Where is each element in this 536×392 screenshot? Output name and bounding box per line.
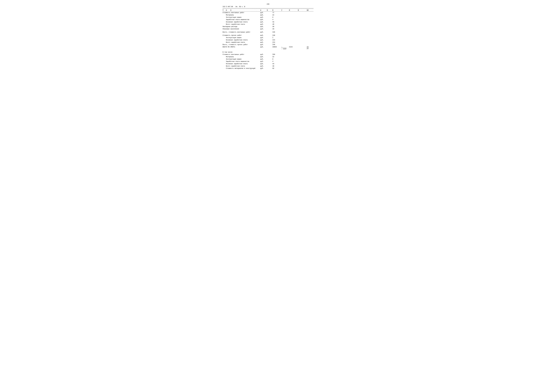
table-row: Материалыруб.22	[223, 56, 313, 58]
row-label: ВСЕГО ПО СМЕТЕ:	[223, 46, 260, 48]
row-col6: I26	[273, 31, 281, 33]
row-label: Основная заработная плата	[223, 21, 260, 23]
table-row: Основная заработная платаруб.44	[223, 21, 313, 23]
table-row: Всего заработная платаруб.48	[223, 65, 313, 67]
row-col6: I69	[273, 54, 281, 55]
row-col8: II23	[289, 46, 298, 48]
row-label: Всего заработная плата	[223, 23, 260, 25]
row-col6: 92	[273, 68, 281, 69]
table-row: Основная заработная платаруб.II4	[223, 39, 313, 41]
row-label: Плановые накопления	[223, 28, 260, 30]
table-row: Эксплуатация машинруб.I	[223, 37, 313, 39]
col-num-3: 3	[230, 9, 260, 11]
row-col6: 6	[273, 58, 281, 60]
col-num-2: 2	[226, 9, 230, 11]
table-row: Стоимость монтажных работруб.77	[223, 11, 313, 14]
row-unit: руб.	[260, 46, 267, 48]
row-unit: руб.	[260, 58, 267, 60]
row-label: Всего заработная плата	[223, 65, 260, 67]
row-col7: –. II97	[281, 46, 289, 50]
row-unit: руб.	[260, 26, 267, 28]
row-label: Эксплуатация машин	[223, 16, 260, 18]
table-row: Заработная плата машинистовруб.4	[223, 19, 313, 21]
row-col6: II4	[273, 39, 281, 41]
row-label: Основная заработная плата	[223, 63, 260, 65]
row-unit: руб.	[260, 54, 267, 55]
table-row: Всего, стоимость прочих работруб.I40	[223, 43, 313, 46]
row-col6: I0854	[273, 46, 281, 48]
row-col6: 48	[273, 23, 281, 25]
page-number: 238	[223, 3, 313, 5]
row-unit: руб.	[260, 68, 267, 69]
row-label: Стоимость монтажных работ	[223, 54, 260, 55]
row-col10: 7424	[307, 46, 313, 49]
table-row: Эксплуатация машинруб.6	[223, 16, 313, 19]
row-label: Стоимость материалов и конструкций	[223, 68, 260, 69]
table-row: Всего заработная платаруб.48	[223, 23, 313, 25]
row-col6: 39	[273, 26, 281, 28]
col-num-1: I	[223, 9, 226, 11]
table-row: Плановые накопленияруб.IO	[223, 28, 313, 30]
row-label: Эксплуатация машин	[223, 37, 260, 38]
row-col6: 48	[273, 65, 281, 67]
row-unit: руб.	[260, 39, 267, 41]
table-row: Стоимость материалов и конструкцийруб.92	[223, 67, 313, 70]
table-row: ВСЕГО ПО СМЕТЕ:руб.I0854–. II97II237424	[223, 46, 313, 50]
row-col6: II4	[273, 42, 281, 43]
row-unit: руб.	[260, 14, 267, 16]
row-unit: руб.	[260, 56, 267, 58]
row-unit: руб.	[260, 65, 267, 67]
col-num-4: 4	[260, 9, 267, 11]
row-label: Материалы	[223, 56, 260, 58]
col-num-5: 5	[267, 9, 273, 11]
row-label: Всего, стоимость прочих работ	[223, 44, 260, 46]
table-row: Заработная плата машинистовруб.4	[223, 60, 313, 63]
row-col6: 22	[273, 14, 281, 16]
table-row: В том числе:	[223, 51, 313, 53]
row-unit: руб.	[260, 23, 267, 25]
col-num-9: 9	[298, 9, 307, 11]
row-label: Основная заработная плата	[223, 39, 260, 41]
row-unit: руб.	[260, 31, 267, 33]
table-row: Эксплуатация машинруб.6	[223, 58, 313, 60]
table-row: Основная заработная платаруб.44	[223, 63, 313, 65]
table-row: Стоимость прочих работруб.I40	[223, 34, 313, 37]
row-unit: руб.	[260, 37, 267, 38]
row-col6: IO	[273, 28, 281, 30]
row-col6: 77	[273, 12, 281, 14]
row-unit: руб.	[260, 19, 267, 20]
row-unit: руб.	[260, 16, 267, 18]
row-label: Накладные расходы	[223, 26, 260, 28]
header-line: 222-I-467.86 Ал. УШ ч. Ш	[223, 6, 313, 8]
row-unit: руб.	[260, 61, 267, 62]
row-col6: I40	[273, 44, 281, 46]
table-row: Стоимость монтажных работруб.I69	[223, 53, 313, 56]
row-unit: руб.	[260, 34, 267, 36]
row-col6: I	[273, 37, 281, 38]
row-label: В том числе:	[223, 51, 260, 53]
row-col6: I40	[273, 34, 281, 36]
column-numbers-row: I 2 3 4 5 6 7 8 9 IO	[223, 9, 313, 11]
row-label: Всего заработная плата	[223, 42, 260, 43]
row-label: Материалы	[223, 14, 260, 16]
row-label: Эксплуатация машин	[223, 58, 260, 60]
row-unit: руб.	[260, 28, 267, 30]
row-unit: руб.	[260, 12, 267, 14]
row-unit: руб.	[260, 42, 267, 43]
table-row: Материалыруб.22	[223, 14, 313, 16]
col-num-10: IO	[307, 9, 313, 11]
col-num-8: 8	[289, 9, 298, 11]
row-unit: руб.	[260, 44, 267, 46]
table-row: Накладные расходыруб.39	[223, 25, 313, 28]
row-col6: 4	[273, 19, 281, 20]
row-unit: руб.	[260, 21, 267, 23]
col-num-6: 6	[273, 9, 281, 11]
table-body: Стоимость монтажных работруб.77Материалы…	[223, 11, 313, 70]
row-label: Всего, стоимость монтажных работ	[223, 31, 260, 33]
row-label: Стоимость прочих работ	[223, 34, 260, 36]
row-unit: руб.	[260, 63, 267, 65]
table-row: Всего заработная платаруб.II4	[223, 41, 313, 43]
table-row: Всего, стоимость монтажных работруб.I26	[223, 31, 313, 33]
row-label: Заработная плата машинистов	[223, 61, 260, 62]
row-label: Заработная плата машинистов	[223, 19, 260, 20]
